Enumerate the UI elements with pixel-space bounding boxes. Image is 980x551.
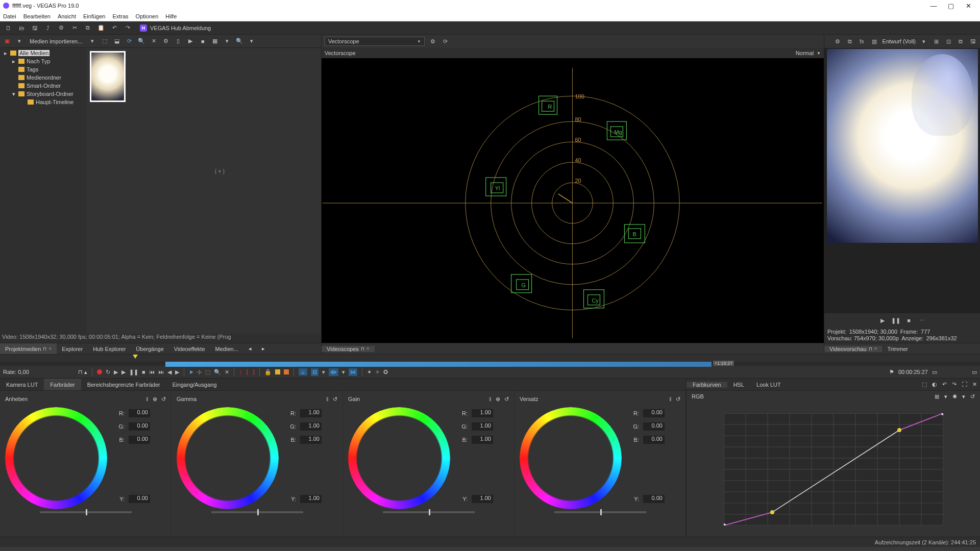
tab-farbraeder[interactable]: Farbräder xyxy=(44,379,81,390)
r-value[interactable]: 1.00 xyxy=(300,409,322,417)
media-thumbnail[interactable] xyxy=(90,51,126,102)
luma-slider[interactable] xyxy=(211,511,303,513)
dd2-icon[interactable]: ▾ xyxy=(248,37,256,45)
tab-kamera-lut[interactable]: Kamera LUT xyxy=(0,379,44,390)
import-dd-icon[interactable]: ▾ xyxy=(88,37,96,45)
scope-mode-dd-icon[interactable]: ▼ xyxy=(817,51,821,56)
record-icon[interactable] xyxy=(97,369,102,374)
play-start-icon[interactable]: ▶ xyxy=(114,369,118,375)
preview-fx-icon[interactable]: fx xyxy=(858,37,866,45)
playhead-icon[interactable] xyxy=(133,355,138,359)
prev-frame-icon[interactable]: ◀ xyxy=(167,369,172,375)
timeline[interactable]: +1:18:27 Rate: 0,00 ⊓ ▴ ↻ ▶ ▶ ❚❚ ■ ⏮ ⏭ ◀… xyxy=(0,354,980,379)
snap-dd-icon[interactable]: ▾ xyxy=(322,369,325,375)
minimize-button[interactable]: — xyxy=(925,0,942,11)
quantize-icon[interactable]: ⊟ xyxy=(311,368,318,376)
hub-label[interactable]: VEGAS Hub Abmeldung xyxy=(150,25,211,31)
selection-icon[interactable]: ⬚ xyxy=(205,369,210,375)
tab-explorer[interactable]: Explorer xyxy=(57,343,88,354)
wheel-reset-icon[interactable]: ↺ xyxy=(676,396,680,403)
undo-icon[interactable]: ↶ xyxy=(110,24,118,32)
curves-expand-icon[interactable]: ⛶ xyxy=(962,381,967,388)
normal-edit-icon[interactable]: ➤ xyxy=(189,369,193,375)
wheel-target-icon[interactable]: ⊕ xyxy=(153,396,157,403)
curve-reset-icon[interactable]: ↺ xyxy=(970,393,975,400)
media-bin[interactable]: ⟨+⟩ xyxy=(87,48,321,334)
menu-datei[interactable]: Datei xyxy=(3,13,16,19)
tab-medien[interactable]: Medien... xyxy=(210,343,243,354)
play-icon[interactable]: ▶ xyxy=(121,369,126,375)
b-value[interactable]: 0.00 xyxy=(643,436,665,444)
timeline-ruler[interactable] xyxy=(0,355,980,362)
tab-scroll-left[interactable]: ◂ xyxy=(243,343,257,354)
preview-external-icon[interactable]: ⧉ xyxy=(846,37,854,45)
tab-uebergaenge[interactable]: Übergänge xyxy=(131,343,168,354)
wheel-target-icon[interactable]: ⊕ xyxy=(496,396,500,403)
wheel-sliders-icon[interactable]: ⫴ xyxy=(489,396,492,403)
luma-slider[interactable] xyxy=(383,511,475,513)
curve-auto-dd-icon[interactable]: ▾ xyxy=(962,393,965,400)
tree-root[interactable]: ▸Alle Medien xyxy=(2,49,85,57)
curves-compare-icon[interactable]: ◐ xyxy=(932,381,937,388)
save-icon[interactable]: 🖫 xyxy=(31,24,39,32)
timeline-clip[interactable]: +1:18:27 xyxy=(165,362,712,367)
loop-icon[interactable]: ↻ xyxy=(106,369,110,375)
preview-quality-dropdown[interactable]: Entwurf (Voll) xyxy=(883,38,916,44)
curves-undo-icon[interactable]: ↶ xyxy=(942,381,947,388)
tab-trimmer[interactable]: Trimmer xyxy=(882,346,913,352)
preview-quality-dd-icon[interactable]: ▾ xyxy=(920,37,928,45)
b-value[interactable]: 0.00 xyxy=(129,436,150,444)
pause-icon[interactable]: ❚❚ xyxy=(129,369,138,375)
get-icon[interactable]: ⬓ xyxy=(113,37,121,45)
y-value[interactable]: 0.00 xyxy=(643,495,665,503)
scope-refresh-icon[interactable]: ⟳ xyxy=(441,37,449,45)
y-value[interactable]: 1.00 xyxy=(472,495,493,503)
wheel-reset-icon[interactable]: ↺ xyxy=(333,396,337,403)
scope-mode[interactable]: Normal xyxy=(796,50,814,56)
view-icon[interactable]: ▦ xyxy=(211,37,219,45)
crossfade-icon[interactable]: ⋈ xyxy=(349,368,357,376)
curve-auto-icon[interactable]: ✺ xyxy=(952,393,957,400)
curves-bypass-icon[interactable]: ⬚ xyxy=(922,381,927,388)
trim-start-icon[interactable]: ⟦ xyxy=(246,369,249,375)
find-icon[interactable]: 🔍 xyxy=(235,37,243,45)
play-icon[interactable]: ▶ xyxy=(186,37,194,45)
redo-icon[interactable]: ↷ xyxy=(124,24,132,32)
fx-icon[interactable]: ⚙ xyxy=(162,37,170,45)
tab-videoeffekte[interactable]: Videoeffekte xyxy=(169,343,210,354)
go-end-icon[interactable]: ⏭ xyxy=(158,369,164,375)
preview-stop-icon[interactable]: ■ xyxy=(905,316,913,324)
g-value[interactable]: 1.00 xyxy=(300,422,322,431)
tab-look-lut[interactable]: Look LUT xyxy=(750,382,787,388)
curve-channel-label[interactable]: RGB xyxy=(692,393,704,399)
tab-videovorschau[interactable]: Videovorschau⊓× xyxy=(824,346,882,352)
color-wheel[interactable] xyxy=(348,407,450,509)
marker-flag-icon[interactable]: ⚑ xyxy=(889,369,894,375)
media-icon[interactable]: ▣ xyxy=(3,37,11,45)
new-icon[interactable]: 🗋 xyxy=(4,24,12,32)
tree-smart-ordner[interactable]: Smart-Ordner xyxy=(2,82,85,90)
maximize-button[interactable]: ▢ xyxy=(942,0,960,11)
preview-play-icon[interactable]: ▶ xyxy=(878,316,887,324)
tree-storyboard[interactable]: ▾Storyboard-Ordner xyxy=(2,90,85,98)
properties-icon[interactable]: ⚙ xyxy=(57,24,65,32)
curve-dd-icon[interactable]: ▾ xyxy=(944,393,947,400)
search-icon[interactable]: 🔍 xyxy=(137,37,145,45)
g-value[interactable]: 0.00 xyxy=(129,422,150,431)
autoripple-icon[interactable]: ⟴ xyxy=(329,368,338,376)
preview-more-icon[interactable]: ⋯ xyxy=(918,316,926,324)
copy-icon[interactable]: ⧉ xyxy=(84,24,92,32)
ripple-dd-icon[interactable]: ▾ xyxy=(342,369,345,375)
menu-bearbeiten[interactable]: Bearbeiten xyxy=(23,13,51,19)
timeline-expand-icon[interactable]: ▭ xyxy=(972,369,977,375)
preview-grid-icon[interactable]: ⊞ xyxy=(932,37,940,45)
preview-overlay-icon[interactable]: ⊡ xyxy=(944,37,952,45)
r-value[interactable]: 0.00 xyxy=(129,409,150,417)
marker-yellow-icon[interactable] xyxy=(275,369,280,374)
color-wheel[interactable] xyxy=(5,407,107,509)
color-wheel[interactable] xyxy=(520,407,622,509)
rgb-curve[interactable] xyxy=(724,413,943,525)
curves-redo-icon[interactable]: ↷ xyxy=(952,381,957,388)
lock-icon[interactable]: 🔒 xyxy=(264,369,272,375)
stop-icon[interactable]: ■ xyxy=(142,369,145,375)
